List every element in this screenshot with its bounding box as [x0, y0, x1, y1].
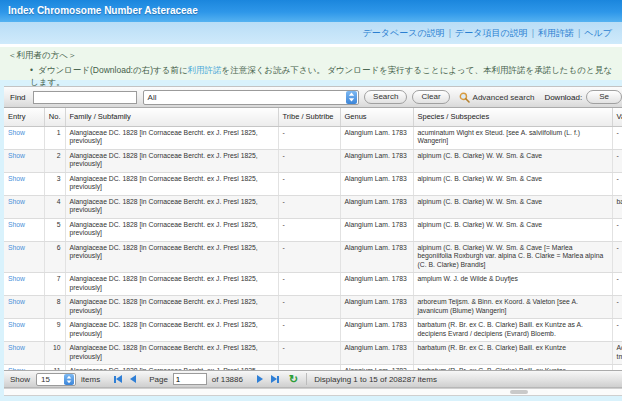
show-link[interactable]: Show	[8, 175, 25, 182]
cell-tribe: -	[278, 319, 340, 342]
show-link[interactable]: Show	[8, 321, 25, 328]
advanced-search-label: Advanced search	[473, 93, 535, 102]
cell-family: Alangiaceae DC. 1828 [in Cornaceae Berch…	[65, 296, 278, 319]
cell-family: Alangiaceae DC. 1828 [in Cornaceae Berch…	[65, 365, 278, 371]
cell-variety: -	[612, 218, 622, 241]
show-link[interactable]: Show	[8, 298, 25, 305]
next-page-icon	[257, 375, 263, 383]
column-header-family[interactable]: Family / Subfamily	[65, 108, 278, 126]
table-row: Show8Alangiaceae DC. 1828 [in Cornaceae …	[4, 296, 622, 319]
table-row: Show7Alangiaceae DC. 1828 [in Cornaceae …	[4, 273, 622, 296]
cell-family: Alangiaceae DC. 1828 [in Cornaceae Berch…	[65, 319, 278, 342]
scrollbar-thumb[interactable]	[510, 390, 528, 394]
cell-no: 8	[44, 296, 65, 319]
column-header-entry[interactable]: Entry	[4, 108, 44, 126]
column-header-species[interactable]: Species / Subspecies	[413, 108, 612, 126]
clear-button[interactable]: Clear	[412, 90, 449, 104]
show-link[interactable]: Show	[8, 152, 25, 159]
nav-link-help[interactable]: ヘルプ	[584, 28, 612, 38]
nav-link-license[interactable]: 利用許諾	[538, 28, 574, 38]
cell-genus: Alangium Lam. 1783	[340, 273, 413, 296]
cell-variety: -	[612, 149, 622, 172]
column-header-tribe[interactable]: Tribe / Subtribe	[278, 108, 340, 126]
app-window: Index Chromosome Number Asteraceae データベー…	[0, 0, 622, 396]
find-input[interactable]	[33, 91, 137, 104]
cell-genus: Alangium Lam. 1783	[340, 296, 413, 319]
subnav: データベースの説明|データ項目の説明|利用許諾|ヘルプ	[0, 22, 622, 44]
last-page-button[interactable]	[271, 375, 279, 383]
cell-tribe: -	[278, 149, 340, 172]
show-link[interactable]: Show	[8, 275, 25, 282]
cell-genus: Alangium Lam. 1783	[340, 149, 413, 172]
license-link[interactable]: 利用許諾	[188, 65, 222, 75]
cell-genus: Alangium Lam. 1783	[340, 319, 413, 342]
cell-entry: Show	[4, 296, 44, 319]
cell-species: alpinum (C. B. Clarke) W. W. Sm. & Cave	[413, 149, 612, 172]
cell-entry: Show	[4, 319, 44, 342]
show-link[interactable]: Show	[8, 198, 25, 205]
show-link[interactable]: Show	[8, 344, 25, 351]
next-page-button[interactable]	[257, 375, 263, 383]
column-header-genus[interactable]: Genus	[340, 108, 413, 126]
cell-species: alpinum (C. B. Clarke) W. W. Sm. & Cave	[413, 218, 612, 241]
page-of-label: of 13886	[212, 375, 243, 384]
cell-family: Alangiaceae DC. 1828 [in Cornaceae Berch…	[65, 195, 278, 218]
cell-no: 9	[44, 319, 65, 342]
nav-separator: |	[532, 28, 534, 38]
cell-tribe: -	[278, 195, 340, 218]
cell-genus: Alangium Lam. 1783	[340, 218, 413, 241]
cell-species: alpinum (C. B. Clarke) W. W. Sm. & Cave	[413, 172, 612, 195]
cell-no: 10	[44, 342, 65, 365]
cell-no: 1	[44, 126, 65, 149]
items-label: items	[81, 375, 100, 384]
show-link[interactable]: Show	[8, 244, 25, 251]
cell-entry: Show	[4, 195, 44, 218]
page-input[interactable]	[173, 373, 207, 385]
notice-text-pre: ダウンロード(Download:の右)する前に	[38, 65, 188, 75]
table-body: Show1Alangiaceae DC. 1828 [in Cornaceae …	[4, 126, 622, 370]
nav-link-data-item-description[interactable]: データ項目の説明	[455, 28, 528, 38]
cell-entry: Show	[4, 126, 44, 149]
pagination-bar: Show 15 items Page of 13886 ↻ Displaying…	[4, 370, 622, 388]
column-header-no[interactable]: No.	[44, 108, 65, 126]
advanced-search-button[interactable]: Advanced search	[459, 92, 535, 103]
cell-variety: -	[612, 172, 622, 195]
column-header-variety[interactable]: Va	[612, 108, 622, 126]
search-button[interactable]: Search	[364, 90, 407, 104]
user-notice: ＜利用者の方へ＞ •ダウンロード(Download:の右)する前に利用許諾を注意…	[0, 47, 622, 80]
cell-no: 3	[44, 172, 65, 195]
titlebar: Index Chromosome Number Asteraceae	[0, 0, 622, 22]
search-toolbar: Find All Search Clear Advanced search Do…	[4, 86, 622, 108]
first-page-button[interactable]	[114, 375, 122, 383]
select-stepper-icon	[346, 91, 357, 104]
cell-tribe: -	[278, 273, 340, 296]
cell-family: Alangiaceae DC. 1828 [in Cornaceae Berch…	[65, 241, 278, 273]
page-size-select[interactable]: 15	[36, 373, 76, 386]
cell-tribe: -	[278, 296, 340, 319]
scope-select[interactable]: All	[143, 90, 360, 105]
cell-tribe: -	[278, 342, 340, 365]
cell-genus: Alangium Lam. 1783	[340, 172, 413, 195]
cell-species: barbatum (R. Br. ex C. B. Clarke) Baill.…	[413, 342, 612, 365]
show-link[interactable]: Show	[8, 129, 25, 136]
show-link[interactable]: Show	[8, 221, 25, 228]
results-table: Entry No. Family / Subfamily Tribe / Sub…	[4, 108, 622, 370]
table-row: Show2Alangiaceae DC. 1828 [in Cornaceae …	[4, 149, 622, 172]
page-label: Page	[149, 375, 168, 384]
refresh-button[interactable]: ↻	[289, 374, 298, 385]
table-header-row: Entry No. Family / Subfamily Tribe / Sub…	[4, 108, 622, 126]
nav-separator: |	[578, 28, 580, 38]
scope-selected-value: All	[148, 93, 157, 102]
horizontal-scrollbar[interactable]	[4, 388, 622, 396]
prev-page-button[interactable]	[130, 375, 136, 383]
show-link[interactable]: Show	[8, 367, 25, 370]
cell-family: Alangiaceae DC. 1828 [in Cornaceae Berch…	[65, 218, 278, 241]
cell-variety: -	[612, 319, 622, 342]
nav-link-database-description[interactable]: データベースの説明	[363, 28, 445, 38]
page-size-value: 15	[41, 375, 50, 384]
cell-entry: Show	[4, 218, 44, 241]
table-row: Show6Alangiaceae DC. 1828 [in Cornaceae …	[4, 241, 622, 273]
refresh-icon: ↻	[289, 373, 298, 385]
cell-genus: Alangium Lam. 1783	[340, 342, 413, 365]
download-select-button[interactable]: Se	[586, 90, 622, 104]
